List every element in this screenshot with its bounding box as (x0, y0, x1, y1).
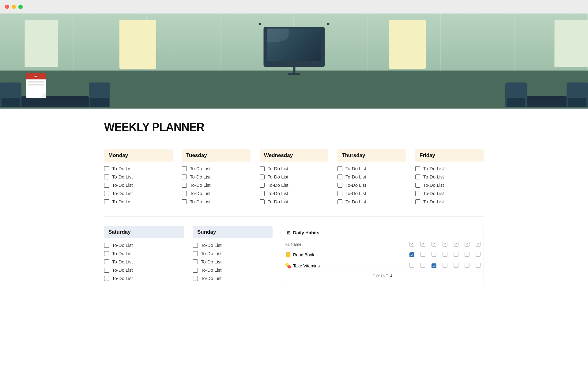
todo-label: To-Do List (345, 174, 366, 179)
saturday-column: Saturday To-Do ListTo-Do ListTo-Do ListT… (104, 226, 184, 284)
habit-checkbox[interactable] (432, 252, 436, 257)
todo-checkbox[interactable] (415, 166, 420, 171)
day4-check-icon: ✓ (443, 242, 447, 247)
todo-checkbox[interactable] (182, 174, 187, 179)
todo-checkbox[interactable] (337, 199, 342, 204)
todo-checkbox[interactable] (104, 276, 109, 281)
todo-label: To-Do List (423, 199, 444, 204)
todo-checkbox[interactable] (193, 251, 198, 256)
todo-checkbox[interactable] (415, 174, 420, 179)
habit-checkbox[interactable] (420, 252, 425, 257)
habit-checkbox[interactable] (443, 263, 447, 268)
divider-top (104, 140, 484, 140)
sunday-column: Sunday To-Do ListTo-Do ListTo-Do ListTo-… (193, 226, 273, 284)
todo-item: To-Do List (337, 199, 406, 204)
tv-base (288, 73, 300, 75)
close-button[interactable] (5, 5, 9, 9)
habit-check-0-1[interactable] (417, 249, 428, 260)
todo-checkbox[interactable] (337, 191, 342, 196)
todo-label: To-Do List (423, 166, 444, 171)
todo-checkbox[interactable] (260, 191, 265, 196)
habit-check-1-5[interactable] (462, 260, 473, 271)
todo-checkbox[interactable] (104, 174, 109, 179)
monday-column: MondayTo-Do ListTo-Do ListTo-Do ListTo-D… (104, 149, 173, 207)
todo-item: To-Do List (182, 199, 251, 204)
habits-day-5-header: ✓ (450, 239, 462, 249)
todo-checkbox[interactable] (104, 251, 109, 256)
habit-checkbox[interactable] (432, 263, 436, 268)
todo-checkbox[interactable] (104, 199, 109, 204)
todo-checkbox[interactable] (104, 259, 109, 264)
page-title: WEEKLY PLANNER (104, 121, 484, 134)
todo-checkbox[interactable] (415, 199, 420, 204)
habit-checkbox[interactable] (409, 263, 414, 268)
habit-checkbox[interactable] (476, 252, 481, 257)
todo-checkbox[interactable] (415, 191, 420, 196)
todo-checkbox[interactable] (104, 191, 109, 196)
todo-checkbox[interactable] (260, 183, 265, 188)
todo-item: To-Do List (104, 251, 184, 256)
habit-check-1-1[interactable] (417, 260, 428, 271)
habits-day-6-header: ✓ (462, 239, 473, 249)
todo-checkbox[interactable] (182, 191, 187, 196)
habit-checkbox[interactable] (454, 252, 458, 257)
habits-day-1-header: ✓ (406, 239, 417, 249)
todo-checkbox[interactable] (104, 243, 109, 248)
habit-checkbox[interactable] (465, 252, 469, 257)
todo-checkbox[interactable] (337, 183, 342, 188)
todo-checkbox[interactable] (260, 166, 265, 171)
todo-label: To-Do List (201, 267, 222, 273)
tv-dot-right (327, 23, 330, 25)
todo-checkbox[interactable] (337, 174, 342, 179)
hero-banner: JUL (0, 13, 588, 109)
todo-label: To-Do List (190, 199, 211, 204)
habit-checkbox[interactable] (409, 252, 414, 257)
todo-checkbox[interactable] (104, 268, 109, 273)
chair-left (0, 82, 21, 107)
todo-checkbox[interactable] (193, 268, 198, 273)
sunday-header: Sunday (193, 226, 273, 238)
todo-checkbox[interactable] (182, 166, 187, 171)
todo-checkbox[interactable] (415, 183, 420, 188)
habit-check-1-0[interactable] (406, 260, 417, 271)
habit-check-0-3[interactable] (439, 249, 450, 260)
maximize-button[interactable] (18, 5, 23, 9)
habit-check-1-2[interactable] (428, 260, 439, 271)
day1-check-icon: ✓ (409, 242, 414, 247)
todo-checkbox[interactable] (337, 166, 342, 171)
todo-label: To-Do List (268, 166, 288, 171)
todo-label: To-Do List (112, 166, 133, 171)
todo-checkbox[interactable] (104, 183, 109, 188)
habit-check-0-0[interactable] (406, 249, 417, 260)
todo-item: To-Do List (260, 199, 328, 204)
habit-check-1-3[interactable] (439, 260, 450, 271)
habit-check-0-4[interactable] (450, 249, 462, 260)
habit-checkbox[interactable] (443, 252, 447, 257)
todo-item: To-Do List (182, 182, 251, 188)
todo-checkbox[interactable] (193, 243, 198, 248)
todo-checkbox[interactable] (193, 259, 198, 264)
habit-check-1-6[interactable] (473, 260, 484, 271)
todo-checkbox[interactable] (260, 174, 265, 179)
habit-checkbox[interactable] (465, 263, 469, 268)
todo-checkbox[interactable] (260, 199, 265, 204)
todo-checkbox[interactable] (104, 166, 109, 171)
minimize-button[interactable] (12, 5, 16, 9)
habit-checkbox[interactable] (420, 263, 425, 268)
habit-checkbox[interactable] (476, 263, 481, 268)
habit-checkbox[interactable] (454, 263, 458, 268)
todo-label: To-Do List (112, 267, 133, 273)
todo-checkbox[interactable] (182, 199, 187, 204)
habit-emoji: 📒 (285, 252, 291, 258)
habit-check-0-2[interactable] (428, 249, 439, 260)
tv-body (263, 27, 325, 67)
habit-check-1-4[interactable] (450, 260, 462, 271)
habit-check-0-6[interactable] (473, 249, 484, 260)
todo-label: To-Do List (201, 276, 222, 281)
todo-checkbox[interactable] (182, 183, 187, 188)
habits-day-7-header: ✓ (473, 239, 484, 249)
habit-check-0-5[interactable] (462, 249, 473, 260)
calendar-icon: JUL (26, 73, 46, 98)
todo-checkbox[interactable] (193, 276, 198, 281)
tv-dot-left (259, 23, 261, 25)
